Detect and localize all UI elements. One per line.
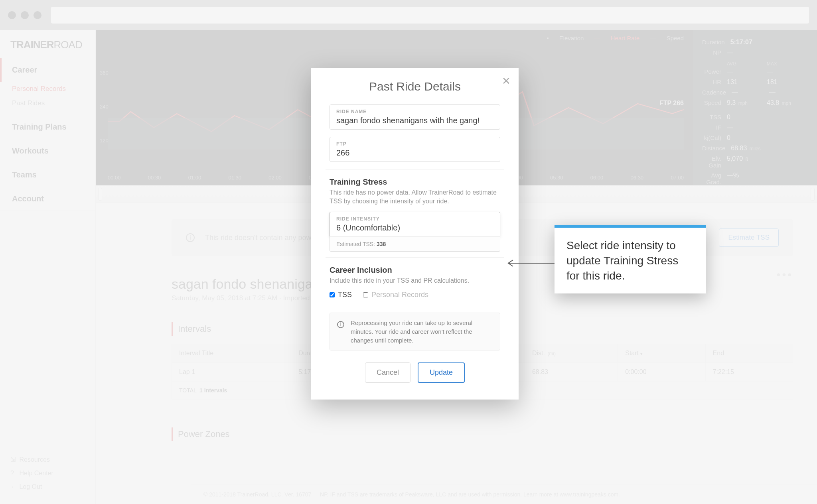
cell-start: 0:00:00 [618,363,705,382]
time-tick: 00:30 [148,175,161,181]
reprocessing-notice: i Reprocessing your ride can take up to … [330,313,500,350]
page-footer: © 2011-2018 TrainerRoad, LLC. Ver. 16707… [191,484,817,504]
footer-help[interactable]: ? Help Center [10,467,85,480]
time-tick: 01:00 [188,175,201,181]
nav-sub-past-rides[interactable]: Past Rides [0,96,95,115]
ride-intensity-value[interactable]: 6 (Uncomfortable) [336,223,493,232]
stat-label: Avg Grad. [702,172,727,185]
nav-item-account[interactable]: Account [0,187,95,211]
cell-title: Lap 1 [172,363,291,382]
info-icon: i [186,233,195,242]
stat-elv: 5,070 ft [727,155,767,169]
ride-actions-menu[interactable]: ••• [777,268,793,281]
brand-second: ROAD [54,39,82,51]
stat-cad-avg: — [732,89,769,96]
stat-col-max: MAX [767,61,807,67]
ftp-input[interactable] [336,148,493,158]
nav-item-teams[interactable]: Teams [0,163,95,187]
window-control-close[interactable] [8,11,16,19]
footer-resources[interactable]: ⇲ Resources [10,453,85,467]
browser-chrome [0,0,817,30]
stat-label: NP [702,49,727,56]
past-ride-details-modal: ✕ Past Ride Details RIDE NAME FTP Traini… [311,68,519,400]
ride-intensity-field[interactable]: RIDE INTENSITY 6 (Uncomfortable) [330,212,500,236]
ftp-field[interactable]: FTP [330,137,500,162]
estimated-tss: Estimated TSS: 338 [330,236,500,252]
stat-label: Cadence [702,89,732,96]
stat-grad: —% [727,172,767,185]
stat-duration: 5:17:07 [730,39,769,46]
cell-dist: 68.83 [525,363,618,382]
stat-speed-max: 43.8 mph [767,99,807,106]
include-pr-input[interactable] [363,292,368,297]
sidebar-footer: ⇲ Resources ? Help Center ← Log Out [0,449,95,504]
include-tss-input[interactable] [330,292,335,297]
address-bar[interactable] [51,7,809,24]
footer-help-label: Help Center [19,470,53,476]
reprocessing-notice-text: Reprocessing your ride can take up to se… [351,319,493,345]
include-pr-checkbox[interactable]: Personal Records [363,291,428,299]
include-pr-label: Personal Records [371,291,428,299]
nav-item-workouts[interactable]: Workouts [0,139,95,163]
y-tick: 120 [100,138,109,144]
cell-end: 7:22:15 [705,363,793,382]
y-tick: 360 [100,70,109,76]
time-tick: 06:30 [631,175,644,181]
stat-label: Power [702,68,727,75]
ride-intensity-label: RIDE INTENSITY [336,216,493,222]
y-tick: 240 [100,104,109,110]
nav-sub-personal-records[interactable]: Personal Records [0,82,95,96]
stat-speed-avg: 9.3 mph [727,99,767,106]
training-stress-header: Training Stress [330,177,500,187]
stats-panel: Duration5:17:07 NP— AVGMAX Power—— HR131… [693,30,817,185]
estimated-tss-label: Estimated TSS: [336,241,375,247]
cancel-button[interactable]: Cancel [365,362,410,383]
career-inclusion-header: Career Inclusion [330,266,500,275]
footer-logout-label: Log Out [19,483,42,490]
col-dist[interactable]: Dist. (mi) [525,344,618,363]
divider [326,257,504,258]
total-label: TOTAL [179,387,196,394]
stat-label: IF [702,124,727,131]
stat-cad-max: — [769,89,807,96]
footer-resources-label: Resources [19,456,49,463]
info-icon: i [337,321,344,328]
sidebar: TRAINERROAD Career Personal Records Past… [0,30,96,504]
legend-elevation: ▪ Elevation [547,35,584,41]
career-inclusion-row: TSS Personal Records [330,291,500,299]
stat-kj: 0 [727,134,767,142]
stat-hr-avg: 131 [727,79,767,86]
col-start[interactable]: Start ▾ [618,344,705,363]
ride-name-field[interactable]: RIDE NAME [330,104,500,130]
scrubber-handle-right[interactable] [811,188,815,201]
window-control-min[interactable] [21,11,29,19]
callout-tooltip: Select ride intensity to update Training… [555,225,706,293]
section-power-zones-header: Power Zones [172,427,793,441]
stat-tss: 0 [727,114,767,121]
brand-logo[interactable]: TRAINERROAD [0,30,95,58]
estimate-tss-button[interactable]: Estimate TSS [719,228,779,247]
estimated-tss-value: 338 [377,241,386,247]
stat-power-avg: — [727,68,767,75]
window-controls [8,11,41,19]
time-tick: 01:30 [228,175,241,181]
modal-title: Past Ride Details [330,80,500,93]
close-icon[interactable]: ✕ [502,75,511,87]
career-inclusion-help: Include this ride in your TSS and PR cal… [330,276,500,285]
brand-first: TRAINER [10,39,54,51]
include-tss-checkbox[interactable]: TSS [330,291,352,299]
ride-name-input[interactable] [336,116,493,125]
footer-logout[interactable]: ← Log Out [10,480,85,494]
nav-item-training-plans[interactable]: Training Plans [0,115,95,139]
total-value: 1 Intervals [199,387,227,394]
update-button[interactable]: Update [418,362,465,383]
col-title[interactable]: Interval Title [172,344,291,363]
col-end[interactable]: End [705,344,793,363]
window-control-max[interactable] [34,11,41,19]
nav-item-career[interactable]: Career [0,58,95,82]
scrubber-handle-left[interactable] [98,188,102,201]
time-tick: 07:00 [671,175,684,181]
legend-hr: — Heart Rate [594,35,640,41]
stat-label: Duration [702,39,730,46]
stat-label: Elv. Gain [702,155,727,169]
